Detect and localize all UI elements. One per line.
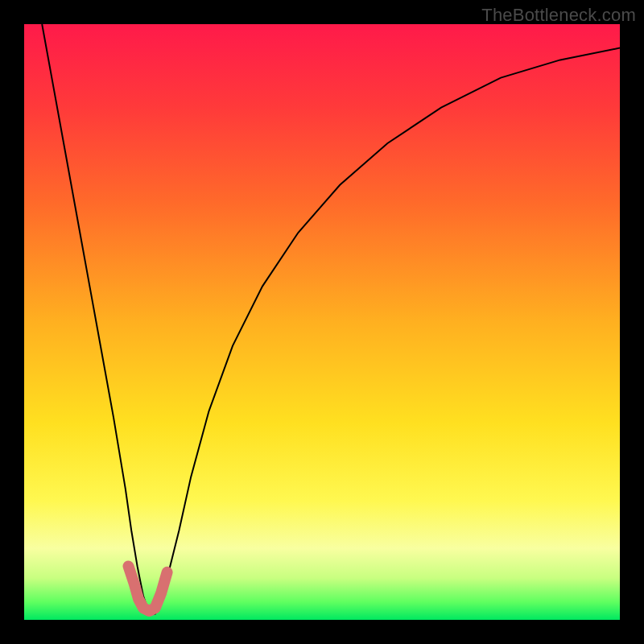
highlight-bottom (129, 566, 167, 611)
curve-layer (24, 24, 620, 620)
chart-frame: TheBottleneck.com (0, 0, 644, 644)
plot-area (24, 24, 620, 620)
bottleneck-curve (42, 24, 620, 614)
watermark-text: TheBottleneck.com (481, 5, 636, 26)
